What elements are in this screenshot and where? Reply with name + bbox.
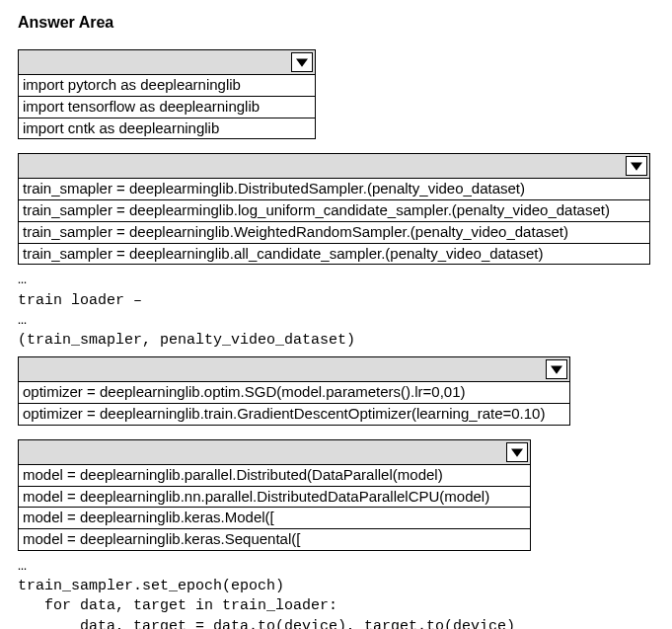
code-train-loader: … train loader – … (train_smapler, penal…: [18, 271, 654, 351]
dropdown-option[interactable]: optimizer = deeplearninglib.optim.SGD(mo…: [19, 381, 569, 403]
dropdown-option[interactable]: train_sampler = deeplearninglib.all_cand…: [19, 243, 649, 265]
svg-marker-2: [551, 366, 562, 374]
page-title: Answer Area: [18, 14, 654, 32]
dropdown-option[interactable]: import pytorch as deeplearninglib: [19, 74, 315, 96]
dropdown-optimizer[interactable]: optimizer = deeplearninglib.optim.SGD(mo…: [18, 356, 570, 426]
chevron-down-icon[interactable]: [626, 156, 647, 176]
dropdown-option[interactable]: train_sampler = deeplearminglib.log_unif…: [19, 199, 649, 221]
dropdown-header[interactable]: [19, 50, 315, 74]
dropdown-option[interactable]: model = deeplearninglib.keras.Model([: [19, 507, 530, 528]
chevron-down-icon[interactable]: [506, 442, 528, 462]
dropdown-import[interactable]: import pytorch as deeplearninglibimport …: [18, 49, 316, 139]
dropdown-sampler[interactable]: train_smapler = deeplearminglib.Distribu…: [18, 153, 650, 265]
dropdown-option[interactable]: model = deeplearninglib.parallel.Distrib…: [19, 464, 530, 486]
dropdown-option[interactable]: import tensorflow as deeplearninglib: [19, 96, 315, 118]
svg-marker-0: [296, 58, 308, 66]
dropdown-header[interactable]: [19, 357, 569, 381]
dropdown-option[interactable]: train_smapler = deeplearminglib.Distribu…: [19, 178, 649, 199]
code-train-loop: … train_sampler.set_epoch(epoch) for dat…: [18, 557, 654, 629]
dropdown-option[interactable]: import cntk as deeplearninglib: [19, 118, 315, 139]
dropdown-header[interactable]: [19, 440, 530, 464]
svg-marker-3: [511, 448, 523, 456]
dropdown-option[interactable]: model = deeplearninglib.keras.Sequental(…: [19, 528, 530, 550]
svg-marker-1: [631, 163, 642, 171]
dropdown-model[interactable]: model = deeplearninglib.parallel.Distrib…: [18, 439, 531, 551]
chevron-down-icon[interactable]: [291, 52, 313, 72]
dropdown-header[interactable]: [19, 154, 649, 178]
dropdown-option[interactable]: train_sampler = deeplearninglib.Weighted…: [19, 221, 649, 243]
dropdown-option[interactable]: optimizer = deeplearninglib.train.Gradie…: [19, 403, 569, 425]
dropdown-option[interactable]: model = deeplearninglib.nn.parallel.Dist…: [19, 486, 530, 508]
chevron-down-icon[interactable]: [546, 359, 567, 379]
